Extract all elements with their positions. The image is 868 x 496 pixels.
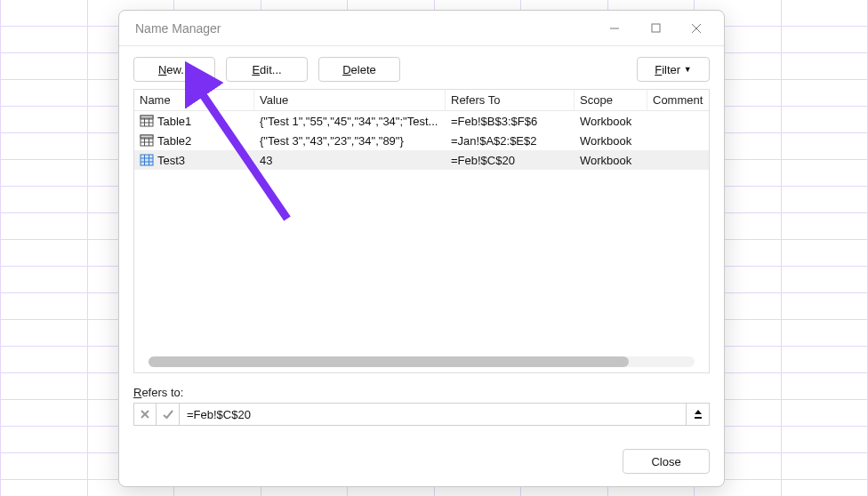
titlebar[interactable]: Name Manager	[119, 11, 724, 46]
row-refers-to: =Feb!$B$3:$F$6	[446, 115, 575, 128]
table-icon	[140, 133, 154, 148]
filter-button[interactable]: Filter ▼	[637, 57, 710, 82]
svg-rect-16	[141, 155, 153, 165]
dialog-title: Name Manager	[135, 21, 594, 36]
names-list[interactable]: Name Value Refers To Scope Comment Table…	[133, 89, 710, 373]
svg-rect-9	[141, 116, 153, 118]
row-value: {"Test 1","55","45","34","34";"Test...	[254, 115, 446, 128]
col-refers-to[interactable]: Refers To	[446, 90, 575, 110]
table-row[interactable]: Test343=Feb!$C$20Workbook	[134, 150, 709, 170]
row-name: Table1	[157, 115, 191, 128]
horizontal-scrollbar[interactable]	[149, 356, 695, 367]
refers-to-label: Refers to:	[133, 386, 710, 399]
list-header[interactable]: Name Value Refers To Scope Comment	[134, 90, 709, 111]
row-refers-to: =Feb!$C$20	[446, 154, 575, 167]
close-button[interactable]: Close	[623, 449, 710, 474]
col-comment[interactable]: Comment	[647, 90, 709, 110]
row-name: Test3	[157, 154, 185, 167]
edit-button[interactable]: Edit...	[226, 57, 308, 82]
delete-button[interactable]: Delete	[318, 57, 400, 82]
new-button[interactable]: New...	[133, 57, 215, 82]
col-name[interactable]: Name	[134, 90, 254, 110]
col-scope[interactable]: Scope	[575, 90, 647, 110]
collapse-dialog-icon-button[interactable]	[687, 403, 710, 426]
scrollbar-thumb[interactable]	[149, 356, 629, 367]
defined-name-icon	[140, 153, 154, 167]
row-scope: Workbook	[575, 115, 647, 128]
accept-icon-button[interactable]	[157, 403, 180, 426]
table-row[interactable]: Table1{"Test 1","55","45","34","34";"Tes…	[134, 111, 709, 131]
table-icon	[140, 114, 154, 128]
toolbar: New... Edit... Delete Filter ▼	[133, 57, 710, 82]
svg-rect-1	[652, 24, 660, 32]
table-row[interactable]: Table2{"Test 3","43","23","34","89"}=Jan…	[134, 131, 709, 150]
row-name: Table2	[157, 134, 191, 148]
chevron-down-icon: ▼	[684, 65, 692, 74]
close-window-button[interactable]	[676, 15, 717, 42]
row-scope: Workbook	[575, 134, 647, 148]
refers-to-input[interactable]	[180, 403, 687, 426]
name-manager-dialog: Name Manager New... Edit... Delete Filte…	[118, 10, 725, 487]
col-value[interactable]: Value	[254, 90, 446, 110]
svg-rect-15	[141, 135, 153, 138]
minimize-button[interactable]	[594, 15, 635, 42]
row-value: 43	[254, 154, 446, 167]
row-refers-to: =Jan!$A$2:$E$2	[446, 134, 575, 148]
row-scope: Workbook	[575, 154, 647, 167]
maximize-button[interactable]	[635, 15, 676, 42]
row-value: {"Test 3","43","23","34","89"}	[254, 134, 446, 148]
cancel-icon-button[interactable]	[133, 403, 157, 426]
